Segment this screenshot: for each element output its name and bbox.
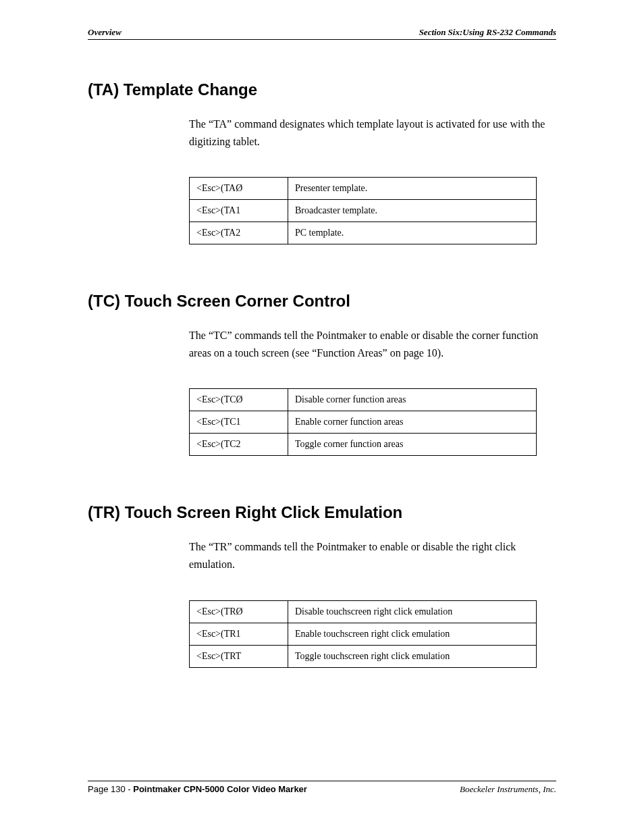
table-row: <Esc>(TAØ Presenter template.: [190, 178, 537, 200]
desc-cell: Enable corner function areas: [288, 411, 537, 434]
table-row: <Esc>(TCØ Disable corner function areas: [190, 389, 537, 411]
table-row: <Esc>(TC1 Enable corner function areas: [190, 411, 537, 434]
header-right: Section Six:Using RS-232 Commands: [419, 27, 556, 38]
header-left: Overview: [88, 27, 122, 38]
cmd-cell: <Esc>(TR1: [190, 623, 288, 645]
table-row: <Esc>(TA1 Broadcaster template.: [190, 200, 537, 222]
footer-page-prefix: Page 130 -: [88, 784, 133, 794]
footer-company: Boeckeler Instruments, Inc.: [460, 784, 556, 795]
desc-cell: Presenter template.: [288, 178, 537, 200]
desc-cell: Toggle corner function areas: [288, 434, 537, 456]
section-heading-ta: (TA) Template Change: [88, 80, 556, 99]
cmd-cell: <Esc>(TC2: [190, 434, 288, 456]
footer-left: Page 130 - Pointmaker CPN-5000 Color Vid…: [88, 784, 307, 795]
desc-cell: Enable touchscreen right click emulation: [288, 623, 537, 645]
table-row: <Esc>(TRT Toggle touchscreen right click…: [190, 645, 537, 667]
cmd-cell: <Esc>(TA2: [190, 222, 288, 244]
footer-doc-title: Pointmaker CPN-5000 Color Video Marker: [133, 784, 307, 794]
table-row: <Esc>(TR1 Enable touchscreen right click…: [190, 623, 537, 645]
cmd-cell: <Esc>(TC1: [190, 411, 288, 434]
page-footer: Page 130 - Pointmaker CPN-5000 Color Vid…: [88, 781, 556, 795]
desc-cell: Toggle touchscreen right click emulation: [288, 645, 537, 667]
desc-cell: Disable corner function areas: [288, 389, 537, 411]
cmd-cell: <Esc>(TA1: [190, 200, 288, 222]
section-body-tc: The “TC” commands tell the Pointmaker to…: [189, 327, 556, 361]
desc-cell: Broadcaster template.: [288, 200, 537, 222]
desc-cell: Disable touchscreen right click emulatio…: [288, 600, 537, 623]
section-body-ta: The “TA” command designates which templa…: [189, 115, 556, 150]
command-table-tc: <Esc>(TCØ Disable corner function areas …: [189, 388, 537, 456]
command-table-tr: <Esc>(TRØ Disable touchscreen right clic…: [189, 600, 537, 668]
table-row: <Esc>(TC2 Toggle corner function areas: [190, 434, 537, 456]
cmd-cell: <Esc>(TAØ: [190, 178, 288, 200]
cmd-cell: <Esc>(TCØ: [190, 389, 288, 411]
cmd-cell: <Esc>(TRØ: [190, 600, 288, 623]
section-body-tr: The “TR” commands tell the Pointmaker to…: [189, 538, 556, 573]
section-heading-tr: (TR) Touch Screen Right Click Emulation: [88, 503, 556, 522]
desc-cell: PC template.: [288, 222, 537, 244]
section-heading-tc: (TC) Touch Screen Corner Control: [88, 292, 556, 311]
page-header: Overview Section Six:Using RS-232 Comman…: [88, 27, 556, 40]
cmd-cell: <Esc>(TRT: [190, 645, 288, 667]
table-row: <Esc>(TA2 PC template.: [190, 222, 537, 244]
command-table-ta: <Esc>(TAØ Presenter template. <Esc>(TA1 …: [189, 177, 537, 244]
table-row: <Esc>(TRØ Disable touchscreen right clic…: [190, 600, 537, 623]
